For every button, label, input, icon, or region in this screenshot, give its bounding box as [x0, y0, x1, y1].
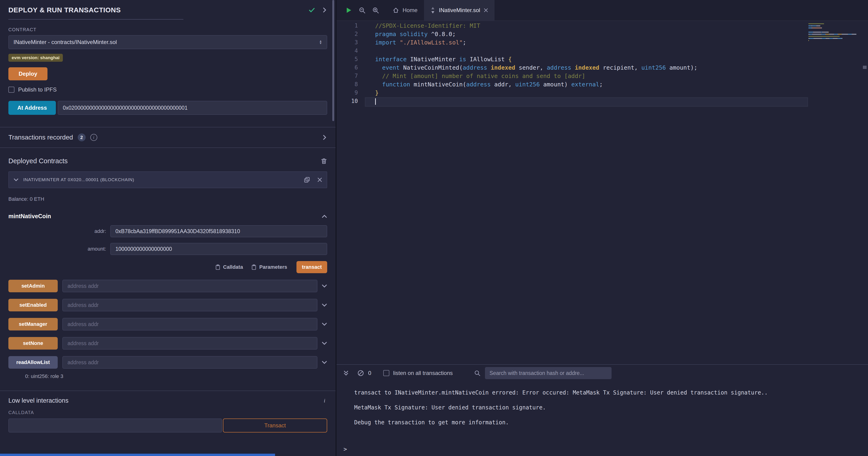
- at-address-row: At Address: [8, 101, 327, 115]
- param-label: amount:: [8, 246, 106, 252]
- line-number: 9: [337, 89, 365, 98]
- terminal-count: 0: [368, 370, 371, 376]
- code-editor[interactable]: 12345678910 //SPDX-License-Identifier: M…: [337, 21, 868, 364]
- editor-scrollbar[interactable]: [862, 21, 868, 364]
- function-list: setAdmin setEnabled setManager setNone r…: [8, 280, 327, 369]
- code-line[interactable]: [365, 48, 807, 56]
- editor-gutter: 12345678910: [337, 22, 365, 106]
- text-cursor: [375, 98, 376, 105]
- calldata-action-label: Calldata: [223, 264, 243, 270]
- line-number: 7: [337, 73, 365, 81]
- editor-minimap[interactable]: [808, 23, 857, 44]
- chevron-down-icon[interactable]: [321, 283, 327, 289]
- terminal-log-line[interactable]: MetaMask Tx Signature: User denied trans…: [354, 404, 862, 411]
- code-line[interactable]: }: [365, 89, 807, 98]
- angle-double-down-icon[interactable]: [343, 370, 349, 376]
- tab-inativeminter-label: INativeMinter.sol: [439, 7, 480, 13]
- editor-code: //SPDX-License-Identifier: MITpragma sol…: [365, 22, 807, 106]
- function-arg-input[interactable]: [62, 356, 317, 369]
- chevron-down-icon[interactable]: [321, 302, 327, 308]
- terminal-prompt[interactable]: >: [343, 446, 868, 453]
- code-line[interactable]: [365, 98, 807, 106]
- chevron-down-icon[interactable]: [13, 177, 19, 182]
- close-icon[interactable]: [317, 177, 322, 182]
- function-row: readAllowList: [8, 356, 327, 369]
- code-line[interactable]: import "./IAllowList.sol";: [365, 39, 807, 48]
- code-line[interactable]: pragma solidity ^0.8.0;: [365, 31, 807, 39]
- transactions-recorded-section[interactable]: Transactions recorded 2 i: [0, 127, 336, 148]
- close-icon[interactable]: [484, 8, 488, 12]
- trash-icon[interactable]: [321, 158, 327, 164]
- line-number: 5: [337, 56, 365, 64]
- chevron-right-icon[interactable]: [321, 135, 327, 140]
- home-icon: [393, 7, 399, 13]
- run-script-play-icon[interactable]: [346, 7, 352, 13]
- function-button[interactable]: readAllowList: [8, 356, 58, 369]
- tab-home[interactable]: Home: [386, 0, 424, 21]
- deploy-button[interactable]: Deploy: [8, 67, 48, 80]
- open-function-header[interactable]: mintNativeCoin: [8, 213, 327, 220]
- call-result: 0: uint256: role 3: [25, 373, 327, 379]
- listen-transactions-checkbox[interactable]: [383, 370, 389, 376]
- function-arg-input[interactable]: [62, 299, 317, 311]
- contract-select-value: INativeMinter - contracts/INativeMinter.…: [13, 39, 117, 46]
- zoom-in-icon[interactable]: [372, 7, 379, 13]
- code-line[interactable]: function mintNativeCoin(address addr, ui…: [365, 81, 807, 89]
- terminal-search-input[interactable]: [485, 367, 612, 379]
- zoom-out-icon[interactable]: [359, 7, 365, 13]
- line-number: 6: [337, 64, 365, 73]
- info-icon: i: [90, 134, 97, 141]
- circle-slash-icon[interactable]: [358, 370, 364, 376]
- transact-button[interactable]: transact: [297, 261, 327, 273]
- evm-version-badge: evm version: shanghai: [8, 54, 63, 62]
- chevron-right-icon[interactable]: [321, 7, 327, 13]
- contract-instance: INATIVEMINTER AT 0X020...00001 (BLOCKCHA…: [8, 171, 327, 379]
- instance-header[interactable]: INATIVEMINTER AT 0X020...00001 (BLOCKCHA…: [8, 171, 327, 188]
- function-arg-input[interactable]: [62, 280, 317, 292]
- calldata-input[interactable]: [8, 419, 222, 432]
- contract-select[interactable]: INativeMinter - contracts/INativeMinter.…: [8, 35, 327, 49]
- function-button[interactable]: setAdmin: [8, 280, 58, 292]
- chevron-up-icon[interactable]: [321, 213, 327, 219]
- calldata-label: CALLDATA: [8, 410, 327, 415]
- param-label: addr:: [8, 228, 106, 234]
- function-button[interactable]: setNone: [8, 337, 58, 349]
- function-row: setNone: [8, 337, 327, 349]
- code-line[interactable]: //SPDX-License-Identifier: MIT: [365, 22, 807, 31]
- publish-ipfs-row: Publish to IPFS: [8, 86, 327, 93]
- function-arg-input[interactable]: [62, 318, 317, 331]
- chevron-down-icon[interactable]: [321, 341, 327, 346]
- panel-scrollbar-thumb[interactable]: [332, 0, 334, 121]
- panel-horizontal-scrollbar[interactable]: [0, 454, 275, 456]
- at-address-input[interactable]: [58, 101, 327, 115]
- transactions-count-badge: 2: [78, 134, 86, 141]
- terminal-toolbar: 0 listen on all transactions: [337, 365, 868, 381]
- code-line[interactable]: interface INativeMinter is IAllowList {: [365, 56, 807, 64]
- chevron-down-icon[interactable]: [321, 360, 327, 365]
- open-function-name: mintNativeCoin: [8, 213, 51, 220]
- terminal-logs[interactable]: transact to INativeMinter.mintNativeCoin…: [337, 381, 868, 434]
- function-button[interactable]: setManager: [8, 318, 58, 331]
- instance-balance: Balance: 0 ETH: [8, 196, 327, 202]
- low-level-transact-button[interactable]: Transact: [223, 419, 327, 432]
- terminal-log-line[interactable]: transact to INativeMinter.mintNativeCoin…: [354, 389, 862, 396]
- param-row-addr: addr:: [8, 225, 327, 237]
- chevron-down-icon[interactable]: [321, 321, 327, 327]
- function-arg-input[interactable]: [62, 337, 317, 349]
- scrollbar-cursor-mark: [863, 66, 867, 69]
- tab-home-label: Home: [403, 7, 417, 13]
- function-button[interactable]: setEnabled: [8, 299, 58, 311]
- at-address-button[interactable]: At Address: [8, 101, 56, 115]
- low-level-title: Low level interactions: [8, 397, 68, 404]
- publish-ipfs-checkbox[interactable]: [8, 87, 14, 93]
- tab-inativeminter[interactable]: INativeMinter.sol: [424, 0, 495, 21]
- code-line[interactable]: // Mint [amount] number of native coins …: [365, 73, 807, 81]
- terminal-log-line[interactable]: Debug the transaction to get more inform…: [354, 419, 862, 426]
- param-input-amount[interactable]: [110, 243, 327, 255]
- calldata-copy-action[interactable]: Calldata: [215, 264, 243, 270]
- param-input-addr[interactable]: [110, 225, 327, 237]
- copy-icon[interactable]: [304, 177, 310, 183]
- function-row: setManager: [8, 318, 327, 331]
- code-line[interactable]: event NativeCoinMinted(address indexed s…: [365, 64, 807, 73]
- parameters-copy-action[interactable]: Parameters: [251, 264, 287, 270]
